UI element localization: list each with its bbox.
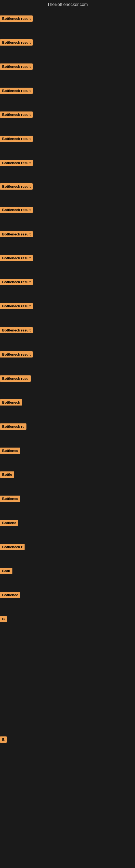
bottleneck-item-23: Bottleneck r	[0, 544, 25, 550]
bottleneck-item-18: Bottleneck re	[0, 424, 27, 430]
bottleneck-item-14: Bottleneck result	[0, 327, 33, 333]
bottleneck-badge-13: Bottleneck result	[0, 303, 33, 309]
bottleneck-badge-15: Bottleneck result	[0, 351, 33, 358]
bottleneck-item-2: Bottleneck result	[0, 39, 33, 45]
bottleneck-badge-5: Bottleneck result	[0, 112, 33, 118]
bottleneck-item-10: Bottleneck result	[0, 231, 33, 237]
bottleneck-item-24: Bottl	[0, 568, 12, 574]
bottleneck-badge-2: Bottleneck result	[0, 39, 33, 45]
bottleneck-badge-19: Bottlenec	[0, 447, 20, 454]
bottleneck-item-1: Bottleneck result	[0, 16, 33, 22]
bottleneck-item-9: Bottleneck result	[0, 207, 33, 213]
bottleneck-badge-11: Bottleneck result	[0, 255, 33, 261]
bottleneck-item-3: Bottleneck result	[0, 63, 33, 70]
bottleneck-badge-12: Bottleneck result	[0, 279, 33, 285]
bottleneck-item-6: Bottleneck result	[0, 135, 33, 142]
bottleneck-badge-7: Bottleneck result	[0, 160, 33, 166]
bottleneck-badge-18: Bottleneck re	[0, 424, 27, 430]
bottleneck-item-5: Bottleneck result	[0, 112, 33, 118]
bottleneck-badge-9: Bottleneck result	[0, 207, 33, 213]
bottleneck-badge-21: Bottlenec	[0, 496, 20, 502]
bottleneck-item-16: Bottleneck resu	[0, 375, 31, 382]
bottleneck-badge-3: Bottleneck result	[0, 63, 33, 70]
bottleneck-badge-26: B	[0, 616, 7, 622]
bottleneck-item-20: Bottle	[0, 471, 14, 478]
bottleneck-badge-22: Bottlene	[0, 520, 18, 526]
bottleneck-badge-10: Bottleneck result	[0, 231, 33, 237]
bottleneck-item-4: Bottleneck result	[0, 88, 33, 94]
bottleneck-badge-23: Bottleneck r	[0, 544, 25, 550]
bottleneck-badge-14: Bottleneck result	[0, 327, 33, 333]
bottleneck-badge-25: Bottlenec	[0, 592, 20, 598]
bottleneck-item-22: Bottlene	[0, 520, 18, 526]
bottleneck-item-15: Bottleneck result	[0, 351, 33, 358]
bottleneck-item-7: Bottleneck result	[0, 160, 33, 166]
bottleneck-item-8: Bottleneck result	[0, 183, 33, 190]
bottleneck-item-19: Bottlenec	[0, 447, 20, 454]
bottleneck-item-25: Bottlenec	[0, 592, 20, 598]
bottleneck-item-11: Bottleneck result	[0, 255, 33, 261]
bottleneck-item-12: Bottleneck result	[0, 279, 33, 285]
bottleneck-item-26: B	[0, 616, 7, 622]
bottleneck-badge-20: Bottle	[0, 471, 14, 478]
bottleneck-item-13: Bottleneck result	[0, 303, 33, 309]
bottleneck-badge-16: Bottleneck resu	[0, 375, 31, 382]
bottleneck-badge-31: B	[0, 737, 7, 743]
bottleneck-item-21: Bottlenec	[0, 496, 20, 502]
bottleneck-badge-1: Bottleneck result	[0, 16, 33, 22]
bottleneck-badge-6: Bottleneck result	[0, 135, 33, 142]
bottleneck-badge-4: Bottleneck result	[0, 88, 33, 94]
bottleneck-badge-8: Bottleneck result	[0, 183, 33, 190]
site-title: TheBottlenecker.com	[0, 0, 135, 9]
bottleneck-badge-24: Bottl	[0, 568, 12, 574]
bottleneck-item-31: B	[0, 737, 7, 743]
bottleneck-badge-17: Bottleneck	[0, 399, 22, 405]
bottleneck-item-17: Bottleneck	[0, 399, 22, 405]
